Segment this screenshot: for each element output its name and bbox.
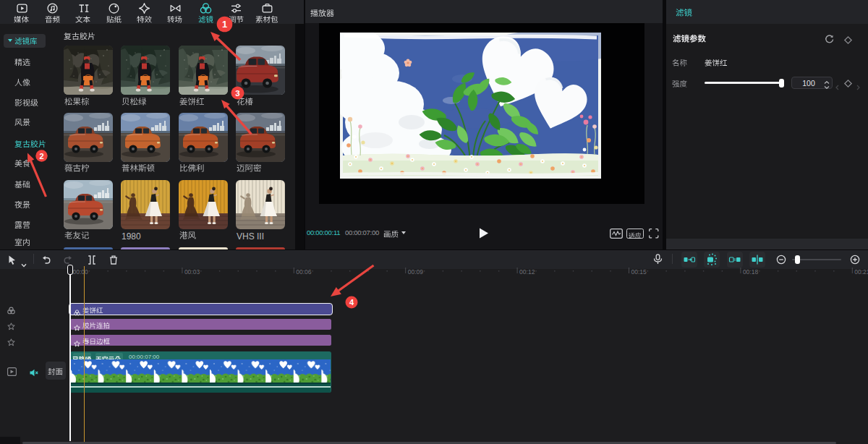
svg-text:00:09: 00:09	[408, 268, 424, 276]
svg-text:00:21: 00:21	[854, 268, 868, 276]
svg-text:00:03: 00:03	[184, 268, 200, 276]
svg-text:00:12: 00:12	[519, 268, 535, 276]
svg-text:00:15: 00:15	[631, 268, 647, 276]
svg-text:00:06: 00:06	[296, 268, 312, 276]
svg-text:00:00: 00:00	[73, 268, 89, 276]
svg-text:00:18: 00:18	[743, 268, 759, 276]
